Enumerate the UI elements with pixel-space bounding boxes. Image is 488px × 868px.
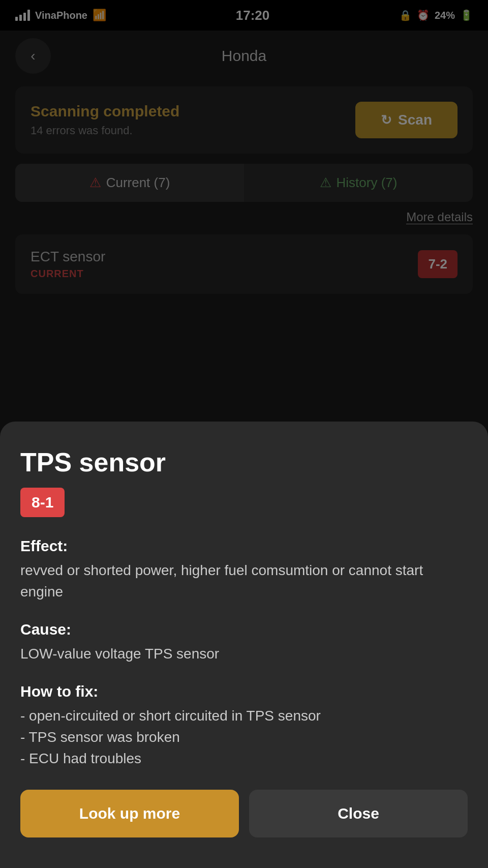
howtofix-text: - open-circuited or short circuited in T… (20, 705, 468, 769)
close-button[interactable]: Close (249, 790, 468, 837)
howtofix-section: How to fix: - open-circuited or short ci… (20, 683, 468, 769)
howtofix-label: How to fix: (20, 683, 468, 700)
effect-text: revved or shorted power, higher fuel com… (20, 560, 468, 603)
lookup-button[interactable]: Look up more (20, 790, 239, 837)
cause-text: LOW-value voltage TPS sensor (20, 643, 468, 665)
sheet-code-badge: 8-1 (20, 488, 65, 517)
effect-label: Effect: (20, 537, 468, 555)
effect-section: Effect: revved or shorted power, higher … (20, 537, 468, 603)
sheet-title: TPS sensor (20, 447, 468, 477)
bottom-sheet: TPS sensor 8-1 Effect: revved or shorted… (0, 422, 488, 868)
action-buttons: Look up more Close (20, 790, 468, 837)
cause-label: Cause: (20, 621, 468, 638)
cause-section: Cause: LOW-value voltage TPS sensor (20, 621, 468, 665)
